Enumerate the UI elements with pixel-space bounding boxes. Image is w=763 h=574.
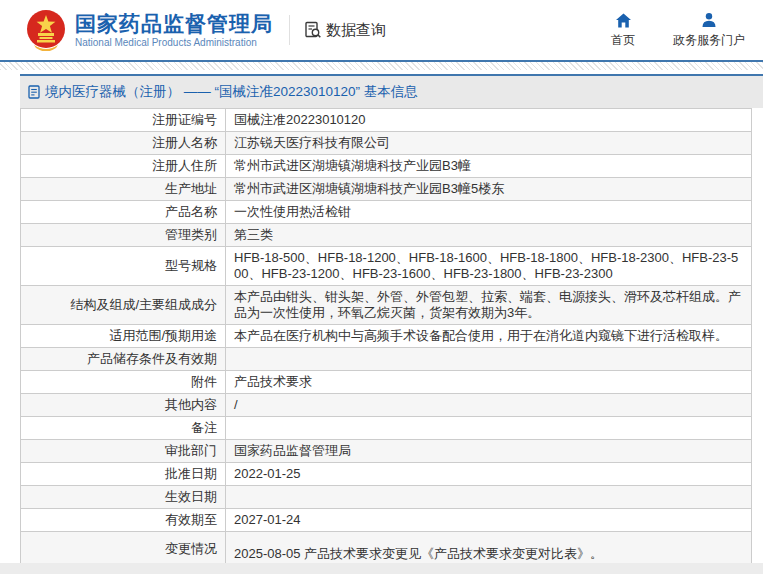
table-row: 批准日期2022-01-25 <box>21 463 752 486</box>
user-icon <box>701 11 717 28</box>
registration-info-table: 注册证编号国械注准20223010120注册人名称江苏锐天医疗科技有限公司注册人… <box>20 108 752 574</box>
table-row: 有效期至2027-01-24 <box>21 509 752 532</box>
row-label: 管理类别 <box>21 224 226 247</box>
site-title: 国家药品监督管理局 <box>75 12 273 36</box>
row-label-text: 产品名称 <box>165 204 217 219</box>
row-label: 型号规格 <box>21 247 226 286</box>
row-label: 生产地址 <box>21 178 226 201</box>
row-label-text: 产品储存条件及有效期 <box>87 351 217 366</box>
row-label: 变更情况 <box>21 532 226 567</box>
row-label: 结构及组成/主要组成成分 <box>21 286 226 325</box>
table-row: 产品储存条件及有效期 <box>21 348 752 371</box>
row-label: 其他内容 <box>21 394 226 417</box>
row-label-text: 备注 <box>191 420 217 435</box>
row-value: / <box>226 394 752 417</box>
row-value-text: 本产品由钳头、钳头架、外管、外管包塑、拉索、端套、电源接头、滑环及芯杆组成。产品… <box>234 289 741 320</box>
row-label: 有效期至 <box>21 509 226 532</box>
row-label-text: 附件 <box>191 374 217 389</box>
data-query-label: 数据查询 <box>326 21 386 40</box>
row-value <box>226 417 752 440</box>
nav-gov-portal[interactable]: 政务服务门户 <box>673 11 745 49</box>
row-value-text: HFB-18-500、HFB-18-1200、HFB-18-1600、HFB-1… <box>234 250 738 281</box>
row-value: 2027-01-24 <box>226 509 752 532</box>
header-divider <box>289 15 290 45</box>
row-value-text: 第三类 <box>234 227 273 242</box>
row-label: 注册人住所 <box>21 155 226 178</box>
breadcrumb-text: 境内医疗器械（注册） —— “国械注准20223010120” 基本信息 <box>45 83 418 101</box>
nav-home[interactable]: 首页 <box>611 11 635 49</box>
row-value-text: 常州市武进区湖塘镇湖塘科技产业园B3幢5楼东 <box>234 181 504 196</box>
row-value-text: 国械注准20223010120 <box>234 112 366 127</box>
row-value: 2022-01-25 <box>226 463 752 486</box>
document-icon <box>28 85 40 99</box>
row-label-text: 注册证编号 <box>152 112 217 127</box>
row-label-text: 适用范围/预期用途 <box>109 328 217 343</box>
table-row: 结构及组成/主要组成成分本产品由钳头、钳头架、外管、外管包塑、拉索、端套、电源接… <box>21 286 752 325</box>
row-value: 2025-08-05 产品技术要求变更见《产品技术要求变更对比表》。 <box>226 532 752 567</box>
brand[interactable]: 国家药品监督管理局 National Medical Products Admi… <box>26 9 273 51</box>
row-value-text: 江苏锐天医疗科技有限公司 <box>234 135 390 150</box>
table-row: 变更情况2025-08-05 产品技术要求变更见《产品技术要求变更对比表》。 <box>21 532 752 567</box>
row-label-text: 生产地址 <box>165 181 217 196</box>
row-value: 一次性使用热活检钳 <box>226 201 752 224</box>
row-label: 审批部门 <box>21 440 226 463</box>
row-label: 产品名称 <box>21 201 226 224</box>
row-value: 国家药品监督管理局 <box>226 440 752 463</box>
footer-strip <box>0 563 763 574</box>
row-label-text: 其他内容 <box>165 397 217 412</box>
table-row: 附件产品技术要求 <box>21 371 752 394</box>
row-label: 批准日期 <box>21 463 226 486</box>
row-value-text: 国家药品监督管理局 <box>234 443 351 458</box>
row-label-text: 结构及组成/主要组成成分 <box>70 297 217 312</box>
table-row: 产品名称一次性使用热活检钳 <box>21 201 752 224</box>
row-value: 本产品由钳头、钳头架、外管、外管包塑、拉索、端套、电源接头、滑环及芯杆组成。产品… <box>226 286 752 325</box>
hatched-strip <box>0 62 763 70</box>
row-label-text: 生效日期 <box>165 489 217 504</box>
table-row: 其他内容/ <box>21 394 752 417</box>
nav-gov-portal-label: 政务服务门户 <box>673 32 745 49</box>
table-row: 型号规格HFB-18-500、HFB-18-1200、HFB-18-1600、H… <box>21 247 752 286</box>
row-value <box>226 486 752 509</box>
table-row: 备注 <box>21 417 752 440</box>
table-row: 审批部门国家药品监督管理局 <box>21 440 752 463</box>
row-label-text: 有效期至 <box>165 512 217 527</box>
site-header: 国家药品监督管理局 National Medical Products Admi… <box>0 0 763 62</box>
table-row: 生产地址常州市武进区湖塘镇湖塘科技产业园B3幢5楼东 <box>21 178 752 201</box>
row-label: 产品储存条件及有效期 <box>21 348 226 371</box>
row-value <box>226 348 752 371</box>
nav-home-label: 首页 <box>611 32 635 49</box>
table-row: 注册证编号国械注准20223010120 <box>21 109 752 132</box>
row-value-text: 2022-01-25 <box>234 466 301 481</box>
row-value-text: 本产品在医疗机构中与高频手术设备配合使用，用于在消化道内窥镜下进行活检取样。 <box>234 328 728 343</box>
row-value-text: 一次性使用热活检钳 <box>234 204 351 219</box>
row-value-text: 常州市武进区湖塘镇湖塘科技产业园B3幢 <box>234 158 471 173</box>
row-value-text: 2027-01-24 <box>234 512 301 527</box>
row-label-text: 管理类别 <box>165 227 217 242</box>
row-value-text: / <box>234 397 238 412</box>
row-label-text: 审批部门 <box>165 443 217 458</box>
data-query-entry[interactable]: 数据查询 <box>304 21 386 40</box>
row-label: 附件 <box>21 371 226 394</box>
row-value: 本产品在医疗机构中与高频手术设备配合使用，用于在消化道内窥镜下进行活检取样。 <box>226 325 752 348</box>
row-label-text: 型号规格 <box>165 258 217 273</box>
row-value: 江苏锐天医疗科技有限公司 <box>226 132 752 155</box>
row-label-text: 批准日期 <box>165 466 217 481</box>
row-value: 产品技术要求 <box>226 371 752 394</box>
row-label-text: 变更情况 <box>165 541 217 556</box>
row-value-text: 产品技术要求 <box>234 374 312 389</box>
table-row: 注册人名称江苏锐天医疗科技有限公司 <box>21 132 752 155</box>
table-row: 注册人住所常州市武进区湖塘镇湖塘科技产业园B3幢 <box>21 155 752 178</box>
info-table-body: 注册证编号国械注准20223010120注册人名称江苏锐天医疗科技有限公司注册人… <box>21 109 752 574</box>
row-value-text: 2025-08-05 产品技术要求变更见《产品技术要求变更对比表》。 <box>234 546 603 561</box>
table-row: 适用范围/预期用途本产品在医疗机构中与高频手术设备配合使用，用于在消化道内窥镜下… <box>21 325 752 348</box>
row-label: 适用范围/预期用途 <box>21 325 226 348</box>
row-label: 备注 <box>21 417 226 440</box>
row-label-text: 注册人住所 <box>152 158 217 173</box>
row-label-text: 注册人名称 <box>152 135 217 150</box>
brand-text: 国家药品监督管理局 National Medical Products Admi… <box>75 12 273 49</box>
row-value: HFB-18-500、HFB-18-1200、HFB-18-1600、HFB-1… <box>226 247 752 286</box>
home-icon <box>615 11 632 28</box>
breadcrumb: 境内医疗器械（注册） —— “国械注准20223010120” 基本信息 <box>20 74 763 108</box>
data-query-icon <box>304 21 322 39</box>
row-value: 第三类 <box>226 224 752 247</box>
